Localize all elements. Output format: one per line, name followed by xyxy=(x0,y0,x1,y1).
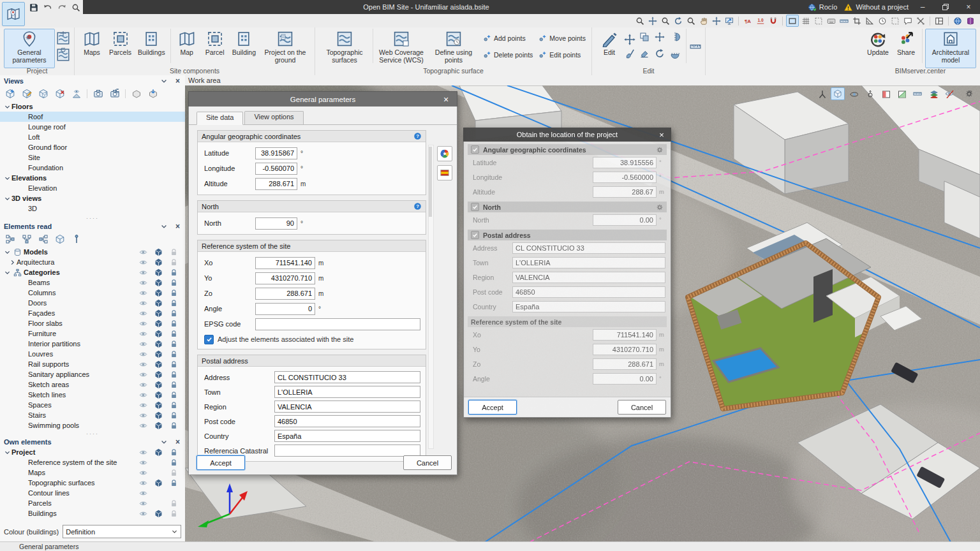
3d-cube-icon[interactable] xyxy=(154,330,163,338)
map-button[interactable]: Map xyxy=(174,29,200,68)
3d-cube-icon[interactable] xyxy=(154,258,163,267)
3d-cube-icon[interactable] xyxy=(154,448,163,457)
lock-icon[interactable] xyxy=(170,499,178,508)
tab-view-options[interactable]: View options xyxy=(244,111,303,124)
field-input[interactable]: CL CONSTITUCIO 33 xyxy=(274,371,420,383)
3d-cube-icon[interactable] xyxy=(154,299,163,307)
copy-icon[interactable] xyxy=(639,32,650,42)
crop-icon[interactable] xyxy=(851,15,863,26)
field-input[interactable]: 90 xyxy=(255,217,297,230)
title-bar[interactable]: Open BIM Site - Unifamiliar aislada.bsit… xyxy=(83,0,980,14)
wcs-button[interactable]: Web Coverage Service (WCS) xyxy=(376,29,427,68)
building-button[interactable]: Building xyxy=(230,29,258,68)
field-input[interactable]: 288.671 xyxy=(255,178,297,190)
comment-icon[interactable] xyxy=(902,15,914,26)
general-parameters-button[interactable]: General parameters xyxy=(4,29,55,68)
pan-icon[interactable] xyxy=(698,15,709,26)
field-input[interactable]: 38.915867 xyxy=(255,147,297,159)
section-checkbox[interactable] xyxy=(471,231,479,239)
lock-icon[interactable] xyxy=(170,510,178,518)
lock-icon[interactable] xyxy=(170,350,178,358)
element-tree-row[interactable]: Rail supports xyxy=(0,359,185,369)
move-view-icon[interactable] xyxy=(711,15,722,26)
spain-flag-button[interactable] xyxy=(437,165,452,180)
field-input[interactable]: 4310270.710 xyxy=(255,272,315,284)
3d-settings-icon[interactable]: 3D xyxy=(962,87,976,100)
lock-icon[interactable] xyxy=(170,258,178,267)
redraw-icon[interactable] xyxy=(672,15,684,26)
edit-points-button[interactable]: Edit points xyxy=(536,49,588,61)
view-tree-row[interactable]: Elevations xyxy=(0,173,185,183)
delete-points-button[interactable]: Delete points xyxy=(480,49,535,61)
minimize-button[interactable]: – xyxy=(911,0,934,14)
element-tree-row[interactable]: Furniture xyxy=(0,328,185,339)
lock-icon[interactable] xyxy=(170,268,178,277)
visibility-eye-icon[interactable] xyxy=(139,479,147,487)
buildings-button[interactable]: Buildings xyxy=(135,29,168,68)
element-tree-row[interactable]: Floor slabs xyxy=(0,318,185,328)
turntable-icon[interactable] xyxy=(863,87,877,100)
project-status[interactable]: Without a project xyxy=(856,3,909,11)
chevron-icon[interactable] xyxy=(4,103,11,110)
protractor-icon[interactable] xyxy=(864,15,875,26)
3d-cube-icon[interactable] xyxy=(154,309,163,318)
cancel-button[interactable]: Cancel xyxy=(403,455,452,470)
undo-button[interactable] xyxy=(41,2,54,13)
section-view-button[interactable] xyxy=(130,88,142,99)
section-box-icon[interactable] xyxy=(879,87,893,100)
close-dialog-icon[interactable]: × xyxy=(439,92,453,107)
user-name[interactable]: Rocío xyxy=(819,3,838,11)
selection-box-icon[interactable] xyxy=(889,15,901,26)
own-tree-row[interactable]: Parcels xyxy=(0,498,185,508)
site-rotate-button[interactable] xyxy=(56,48,70,62)
visibility-eye-icon[interactable] xyxy=(139,258,147,267)
dimensions-icon[interactable] xyxy=(838,15,850,26)
field-input[interactable]: 0 xyxy=(255,303,315,315)
visibility-eye-icon[interactable] xyxy=(139,340,147,348)
element-tree-row[interactable]: Swimming pools xyxy=(0,420,185,430)
field-input[interactable]: 46850 xyxy=(274,415,420,427)
measure-icon[interactable] xyxy=(690,41,701,52)
colour-buildings-select[interactable]: Definition xyxy=(63,525,181,538)
lock-icon[interactable] xyxy=(170,391,178,399)
field-input[interactable]: VALENCIA xyxy=(274,400,420,413)
lock-icon[interactable] xyxy=(170,320,178,328)
tab-site-data[interactable]: Site data xyxy=(197,112,243,125)
element-tree-row[interactable]: Stairs xyxy=(0,410,185,420)
section-checkbox[interactable] xyxy=(471,145,479,154)
chevron-icon[interactable] xyxy=(9,259,16,266)
redo-button[interactable] xyxy=(56,2,68,13)
lock-icon[interactable] xyxy=(170,381,178,389)
mirror-horizontal-icon[interactable] xyxy=(670,48,680,59)
visibility-eye-icon[interactable] xyxy=(139,330,147,338)
architectural-model-button[interactable]: Architectural model xyxy=(925,29,976,68)
topographic-surfaces-button[interactable]: Topographic surfaces xyxy=(319,29,370,68)
field-input[interactable]: -0.560070 xyxy=(255,163,297,175)
view-tree-row[interactable]: Site xyxy=(0,152,185,163)
clock-icon[interactable] xyxy=(877,15,888,26)
lock-icon[interactable] xyxy=(170,479,178,487)
lock-icon[interactable] xyxy=(170,422,178,430)
layout-icon[interactable] xyxy=(933,15,945,26)
lock-icon[interactable] xyxy=(170,401,178,409)
visibility-eye-icon[interactable] xyxy=(139,499,147,508)
3d-cube-icon[interactable] xyxy=(154,381,163,389)
section-checkbox[interactable] xyxy=(471,203,479,211)
visibility-eye-icon[interactable] xyxy=(139,401,147,409)
lock-icon[interactable] xyxy=(170,309,178,318)
grid-icon[interactable] xyxy=(800,15,812,26)
dialog-scrollbar[interactable] xyxy=(428,145,434,449)
accept-button[interactable]: Accept xyxy=(197,455,245,470)
own-tree-row[interactable]: Topographic surfaces xyxy=(0,478,185,488)
gear-icon[interactable] xyxy=(656,146,664,154)
collapse-panel-icon[interactable] xyxy=(160,77,168,85)
element-tree-row[interactable]: Louvres xyxy=(0,349,185,359)
panel-splitter[interactable]: ···· xyxy=(0,430,185,436)
app-menu-button[interactable] xyxy=(2,2,25,26)
gear-icon[interactable] xyxy=(656,203,664,211)
expand-all-button[interactable] xyxy=(37,233,49,245)
view-tree-row[interactable]: Foundation xyxy=(0,163,185,173)
element-tree-row[interactable]: Sketch areas xyxy=(0,379,185,390)
view-tree-row[interactable]: 3D views xyxy=(0,193,185,203)
epsg-input[interactable] xyxy=(255,318,420,330)
